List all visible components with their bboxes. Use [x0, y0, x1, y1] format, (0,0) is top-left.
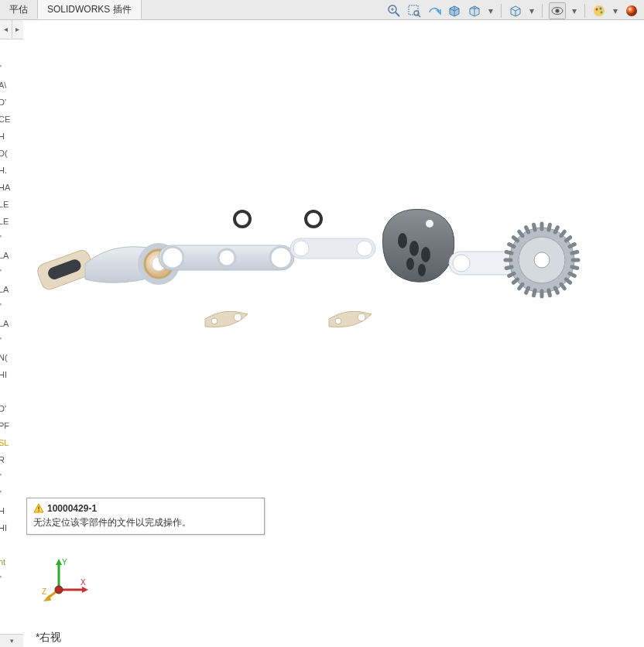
- toolbar-separator: [501, 4, 502, 18]
- dropdown-arrow-icon[interactable]: ▾: [487, 3, 495, 19]
- svg-point-21: [235, 211, 250, 227]
- svg-point-25: [357, 241, 372, 256]
- zoom-window-icon[interactable]: [406, 3, 422, 19]
- toolbar-separator: [542, 4, 543, 18]
- tree-item[interactable]: A\: [0, 80, 14, 93]
- svg-line-59: [519, 231, 522, 235]
- svg-line-45: [561, 284, 564, 288]
- tree-item[interactable]: ": [0, 472, 14, 484]
- tree-item[interactable]: ": [0, 234, 14, 246]
- section-view-icon[interactable]: [447, 3, 462, 19]
- svg-point-19: [218, 249, 235, 266]
- tree-item[interactable]: LE: [0, 217, 14, 229]
- svg-point-29: [421, 247, 430, 262]
- display-style-icon[interactable]: [508, 3, 523, 19]
- svg-line-4: [418, 15, 420, 17]
- svg-point-11: [626, 5, 637, 16]
- svg-line-1: [396, 12, 399, 16]
- tree-item[interactable]: HA: [0, 183, 14, 195]
- dropdown-arrow-icon[interactable]: ▾: [528, 3, 536, 19]
- tree-item[interactable]: ": [0, 574, 14, 587]
- svg-rect-69: [38, 507, 39, 510]
- panel-tab-right[interactable]: ▸: [12, 20, 24, 38]
- svg-point-27: [398, 233, 407, 248]
- model-geometry: [31, 175, 619, 345]
- warning-title: 10000429-1: [47, 503, 97, 514]
- tree-item[interactable]: ": [0, 489, 14, 502]
- tree-item[interactable]: D': [0, 98, 14, 110]
- svg-point-20: [270, 247, 292, 269]
- scene-icon[interactable]: [624, 3, 639, 19]
- previous-view-icon[interactable]: [426, 3, 442, 19]
- svg-point-36: [534, 252, 550, 268]
- svg-line-68: [572, 252, 577, 254]
- tree-item[interactable]: H.: [0, 166, 14, 178]
- svg-point-28: [409, 241, 419, 256]
- svg-marker-74: [82, 587, 88, 593]
- tree-item[interactable]: R: [0, 455, 14, 467]
- zoom-fit-icon[interactable]: [386, 3, 402, 19]
- appearance-icon[interactable]: [591, 3, 607, 19]
- svg-line-66: [566, 238, 570, 241]
- tree-item[interactable]: D(: [0, 149, 14, 161]
- hide-show-icon[interactable]: [549, 2, 566, 19]
- tree-item[interactable]: H: [0, 132, 14, 144]
- tree-item[interactable]: N(: [0, 353, 14, 365]
- toolbar-separator: [584, 4, 585, 18]
- svg-point-24: [293, 241, 309, 256]
- svg-marker-72: [56, 559, 62, 565]
- svg-point-6: [556, 9, 560, 13]
- tree-item[interactable]: LA: [0, 319, 14, 331]
- tree-item[interactable]: HI: [0, 523, 14, 536]
- tree-item[interactable]: [0, 387, 14, 399]
- svg-point-26: [426, 220, 433, 228]
- dropdown-arrow-icon[interactable]: ▾: [570, 3, 578, 19]
- tree-item[interactable]: HI: [0, 370, 14, 382]
- warning-message: 无法定位该零部件的文件以完成操作。: [33, 516, 258, 529]
- tree-item[interactable]: ": [0, 63, 14, 76]
- tree-item[interactable]: PF: [0, 421, 14, 433]
- view-orientation-icon[interactable]: [467, 3, 482, 19]
- svg-line-60: [526, 228, 529, 232]
- tree-item[interactable]: ": [0, 336, 14, 348]
- tab-evaluate[interactable]: 平估: [0, 0, 38, 19]
- svg-point-31: [418, 264, 426, 276]
- svg-point-37: [211, 318, 218, 324]
- svg-line-56: [506, 252, 512, 254]
- svg-point-8: [596, 9, 598, 11]
- tree-item[interactable]: [0, 540, 14, 553]
- tree-item[interactable]: ": [0, 302, 14, 314]
- svg-line-57: [509, 245, 514, 247]
- tree-scroll-down[interactable]: ▾: [0, 634, 23, 647]
- svg-point-18: [162, 247, 183, 269]
- svg-line-52: [513, 279, 517, 282]
- tree-item[interactable]: D': [0, 404, 14, 416]
- tree-item[interactable]: SL: [0, 438, 14, 450]
- svg-point-33: [453, 255, 470, 272]
- svg-point-10: [601, 12, 603, 14]
- tree-item[interactable]: ": [0, 268, 14, 280]
- svg-line-50: [526, 288, 529, 293]
- svg-line-51: [519, 284, 522, 288]
- svg-point-77: [55, 586, 63, 594]
- view-name-label: *右视: [36, 631, 61, 645]
- svg-rect-2: [409, 5, 418, 15]
- orientation-triad[interactable]: Y X Z: [42, 557, 88, 604]
- svg-line-61: [534, 224, 536, 230]
- tree-item[interactable]: LE: [0, 200, 14, 212]
- panel-tab-left[interactable]: ◂: [0, 20, 12, 38]
- tree-item[interactable]: LA: [0, 285, 14, 297]
- tree-item[interactable]: H: [0, 506, 14, 519]
- dropdown-arrow-icon[interactable]: ▾: [611, 3, 619, 19]
- tree-items: " A\ D' CE H D( H. HA LE LE " LA " LA " …: [0, 63, 14, 587]
- tree-item[interactable]: CE: [0, 115, 14, 127]
- tab-solidworks-addins[interactable]: SOLIDWORKS 插件: [38, 0, 142, 19]
- tree-item[interactable]: nt: [0, 557, 14, 570]
- tree-item[interactable]: LA: [0, 251, 14, 263]
- svg-point-39: [335, 318, 341, 324]
- svg-point-22: [306, 211, 321, 227]
- graphics-viewport[interactable]: [23, 20, 644, 647]
- panel-tab-row: ◂ ▸: [0, 20, 23, 39]
- svg-line-54: [506, 267, 512, 269]
- svg-line-64: [555, 228, 557, 232]
